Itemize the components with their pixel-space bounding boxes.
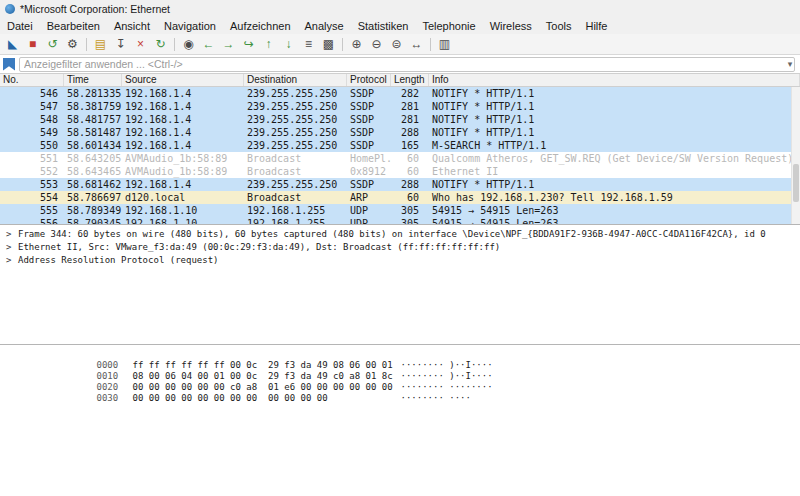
cell-time: 58.481757 <box>64 113 122 126</box>
capture-options-button[interactable]: ⚙ <box>63 36 82 53</box>
packet-list-pane: No. Time Source Destination Protocol Len… <box>0 74 800 224</box>
cell-time: 58.581487 <box>64 126 122 139</box>
menu-bearbeiten[interactable]: Bearbeiten <box>40 19 107 33</box>
columns-button[interactable]: ▥ <box>435 36 454 53</box>
menu-telephonie[interactable]: Telephonie <box>415 19 482 33</box>
zoom-in-button[interactable]: ⊕ <box>347 36 366 53</box>
cell-info: M-SEARCH * HTTP/1.1 <box>429 139 800 152</box>
stop-capture-button[interactable]: ■ <box>23 36 42 53</box>
menu-tools[interactable]: Tools <box>539 19 579 33</box>
toolbar-separator <box>430 38 431 51</box>
zoom-out-button[interactable]: ⊖ <box>367 36 386 53</box>
expander-icon[interactable]: > <box>6 241 18 254</box>
hex-ascii: ········ ········ <box>401 382 493 392</box>
packet-row[interactable]: 54958.581487192.168.1.4239.255.255.250SS… <box>0 126 800 139</box>
cell-destination: Broadcast <box>244 165 347 178</box>
packet-list-body: 54658.281335192.168.1.4239.255.255.250SS… <box>0 87 800 224</box>
column-header-source[interactable]: Source <box>122 74 244 86</box>
menu-datei[interactable]: Datei <box>0 19 40 33</box>
expander-icon[interactable]: > <box>6 254 18 267</box>
packet-row[interactable]: 54858.481757192.168.1.4239.255.255.250SS… <box>0 113 800 126</box>
cell-source: d120.local <box>122 191 244 204</box>
cell-source: 192.168.1.4 <box>122 178 244 191</box>
save-file-button[interactable]: ↧ <box>111 36 130 53</box>
packet-row[interactable]: 55658.790345192.168.1.10192.168.1.255UDP… <box>0 217 800 224</box>
menu-navigation[interactable]: Navigation <box>157 19 223 33</box>
hex-bytes: ff ff ff ff ff ff 00 0c 29 f3 da 49 08 0… <box>133 360 401 371</box>
packet-list-header: No. Time Source Destination Protocol Len… <box>0 74 800 87</box>
go-first-button[interactable]: ↑ <box>259 36 278 53</box>
column-header-time[interactable]: Time <box>64 74 122 86</box>
column-header-info[interactable]: Info <box>429 74 800 86</box>
menu-analyse[interactable]: Analyse <box>298 19 351 33</box>
cell-time: 58.681462 <box>64 178 122 191</box>
packet-row[interactable]: 55558.789349192.168.1.10192.168.1.255UDP… <box>0 204 800 217</box>
cell-destination: 239.255.255.250 <box>244 139 347 152</box>
go-forward-button[interactable]: → <box>219 36 238 53</box>
packet-row[interactable]: 55258.643465AVMAudio_1b:58:89Broadcast0x… <box>0 165 800 178</box>
hex-offset: 0010 <box>97 371 133 382</box>
column-header-destination[interactable]: Destination <box>244 74 347 86</box>
detail-frame-text: Frame 344: 60 bytes on wire (480 bits), … <box>18 229 766 239</box>
cell-no: 548 <box>0 113 64 126</box>
cell-protocol: UDP <box>347 217 391 224</box>
cell-length: 288 <box>391 126 429 139</box>
restart-capture-button[interactable]: ↺ <box>43 36 62 53</box>
menu-ansicht[interactable]: Ansicht <box>107 19 157 33</box>
menu-hilfe[interactable]: Hilfe <box>578 19 614 33</box>
cell-protocol: SSDP <box>347 178 391 191</box>
packet-row[interactable]: 55158.643205AVMAudio_1b:58:89BroadcastHo… <box>0 152 800 165</box>
detail-frame-line[interactable]: >Frame 344: 60 bytes on wire (480 bits),… <box>0 228 800 241</box>
expander-icon[interactable]: > <box>6 228 18 241</box>
packet-row[interactable]: 54758.381759192.168.1.4239.255.255.250SS… <box>0 100 800 113</box>
hex-ascii: ········ )··I···· <box>401 360 493 370</box>
packet-row[interactable]: 55458.786697d120.localBroadcastARP60Who … <box>0 191 800 204</box>
reload-file-button[interactable]: ↻ <box>151 36 170 53</box>
cell-no: 550 <box>0 139 64 152</box>
column-header-length[interactable]: Length <box>391 74 429 86</box>
colorize-button[interactable]: ▩ <box>319 36 338 53</box>
find-packet-button[interactable]: ◉ <box>179 36 198 53</box>
go-to-packet-button[interactable]: ↪ <box>239 36 258 53</box>
go-back-button[interactable]: ← <box>199 36 218 53</box>
menu-wireless[interactable]: Wireless <box>483 19 539 33</box>
filter-dropdown-arrow-icon[interactable]: ▾ <box>783 59 797 69</box>
cell-protocol: UDP <box>347 204 391 217</box>
cell-no: 554 <box>0 191 64 204</box>
cell-length: 281 <box>391 113 429 126</box>
cell-source: 192.168.1.10 <box>122 217 244 224</box>
menu-statistiken[interactable]: Statistiken <box>351 19 416 33</box>
cell-protocol: 0x8912 <box>347 165 391 178</box>
go-to-packet-icon: ↪ <box>243 36 253 53</box>
go-last-button[interactable]: ↓ <box>279 36 298 53</box>
reload-file-icon: ↻ <box>155 36 165 53</box>
packet-list-scrollbar[interactable] <box>791 87 800 224</box>
resize-columns-icon: ↔ <box>411 36 423 53</box>
menu-aufzeichnen[interactable]: Aufzeichnen <box>223 19 298 33</box>
hex-row[interactable]: 0000ff ff ff ff ff ff 00 0c 29 f3 da 49 … <box>0 349 800 360</box>
scrollbar-thumb[interactable] <box>793 164 799 202</box>
resize-columns-button[interactable]: ↔ <box>407 36 426 53</box>
open-file-button[interactable]: ▤ <box>91 36 110 53</box>
zoom-original-button[interactable]: ⊜ <box>387 36 406 53</box>
cell-source: 192.168.1.4 <box>122 87 244 100</box>
hex-offset: 0000 <box>97 360 133 371</box>
filter-bookmark-icon[interactable] <box>3 58 15 71</box>
auto-scroll-button[interactable]: ≡ <box>299 36 318 53</box>
packet-row[interactable]: 54658.281335192.168.1.4239.255.255.250SS… <box>0 87 800 100</box>
cell-time: 58.281335 <box>64 87 122 100</box>
start-capture-button[interactable]: ◣ <box>3 36 22 53</box>
column-header-no[interactable]: No. <box>0 74 64 86</box>
packet-details-pane: >Frame 344: 60 bytes on wire (480 bits),… <box>0 224 800 344</box>
close-file-button[interactable]: × <box>131 36 150 53</box>
packet-row[interactable]: 55358.681462192.168.1.4239.255.255.250SS… <box>0 178 800 191</box>
detail-ethernet-line[interactable]: >Ethernet II, Src: VMware_f3:da:49 (00:0… <box>0 241 800 254</box>
cell-source: 192.168.1.4 <box>122 126 244 139</box>
restart-capture-icon: ↺ <box>47 36 57 53</box>
packet-row[interactable]: 55058.601434192.168.1.4239.255.255.250SS… <box>0 139 800 152</box>
detail-arp-line[interactable]: >Address Resolution Protocol (request) <box>0 254 800 267</box>
display-filter-input[interactable] <box>19 57 795 72</box>
close-file-icon: × <box>137 36 144 53</box>
column-header-protocol[interactable]: Protocol <box>347 74 391 86</box>
main-toolbar: ◣ ■ ↺ ⚙ ▤ ↧ × ↻ ◉ ← → ↪ ↑ ↓ ≡ ▩ ⊕ ⊖ ⊜ ↔ … <box>0 34 800 55</box>
